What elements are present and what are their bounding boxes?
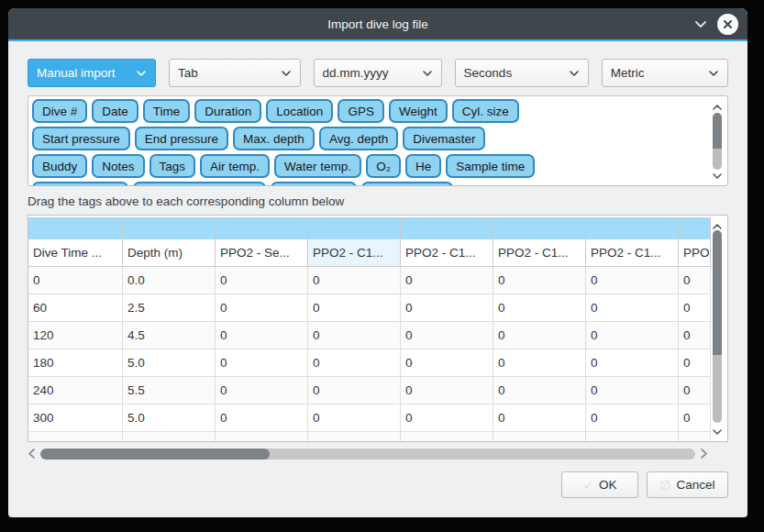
ok-button[interactable]: ✓ OK: [561, 471, 638, 498]
scroll-down-icon[interactable]: [712, 167, 723, 183]
column-drop-target[interactable]: [28, 217, 123, 239]
tag-chip[interactable]: Sample temperature: [133, 182, 265, 185]
table-cell[interactable]: 0: [401, 377, 493, 405]
column-drop-target[interactable]: [493, 217, 586, 239]
table-cell[interactable]: [28, 432, 123, 442]
tag-chip[interactable]: Water temp.: [274, 154, 361, 178]
cancel-button[interactable]: ∅ Cancel: [647, 471, 728, 498]
table-cell[interactable]: 0: [679, 267, 711, 294]
table-cell[interactable]: 0: [586, 294, 679, 322]
column-header[interactable]: Depth (m): [123, 239, 216, 267]
table-cell[interactable]: [216, 432, 308, 442]
column-header[interactable]: PPO2 - C1...: [493, 239, 586, 267]
column-drop-target[interactable]: [401, 217, 493, 239]
tag-chip[interactable]: Time: [143, 99, 191, 123]
table-cell[interactable]: 0: [308, 294, 401, 322]
tag-chip[interactable]: O₂: [366, 154, 401, 178]
column-header[interactable]: PPO2 - C1...: [401, 239, 493, 267]
scrollbar-thumb[interactable]: [40, 449, 270, 460]
table-cell[interactable]: [401, 432, 493, 442]
tag-chip[interactable]: Sample pO₂: [271, 182, 358, 185]
table-cell[interactable]: 0: [679, 322, 711, 349]
table-cell[interactable]: 0: [493, 294, 586, 322]
column-drop-target[interactable]: [123, 217, 216, 239]
table-cell[interactable]: 120: [28, 322, 123, 349]
units-select[interactable]: Metric: [602, 59, 728, 87]
scroll-left-icon[interactable]: [28, 448, 36, 460]
tag-chip[interactable]: Dive #: [32, 99, 87, 123]
table-cell[interactable]: [586, 432, 679, 442]
titlebar[interactable]: Import dive log file: [8, 8, 747, 41]
column-drop-target[interactable]: [216, 217, 308, 239]
table-cell[interactable]: 2.5: [123, 294, 216, 322]
duration-format-select[interactable]: Seconds: [455, 59, 589, 87]
table-cell[interactable]: 0: [586, 405, 679, 432]
table-cell[interactable]: [308, 432, 401, 442]
tag-chip[interactable]: Weight: [389, 99, 448, 123]
table-cell[interactable]: 5.0: [123, 349, 216, 377]
import-source-select[interactable]: Manual import: [28, 59, 156, 87]
table-cell[interactable]: [493, 432, 586, 442]
tag-chip[interactable]: Location: [266, 99, 333, 123]
table-cell[interactable]: [679, 432, 711, 442]
table-cell[interactable]: 0: [216, 267, 308, 294]
field-separator-select[interactable]: Tab: [169, 59, 301, 87]
column-header[interactable]: PPO2 - C1...: [586, 239, 679, 267]
tag-chip[interactable]: Buddy: [32, 154, 87, 178]
table-cell[interactable]: 0: [216, 377, 308, 405]
date-format-select[interactable]: dd.mm.yyyy: [314, 59, 442, 87]
tag-chip[interactable]: Duration: [194, 99, 261, 123]
tag-chip[interactable]: Max. depth: [233, 127, 315, 150]
table-cell[interactable]: 0: [28, 267, 123, 294]
table-cell[interactable]: 0: [216, 405, 308, 432]
tag-chip[interactable]: Start pressure: [32, 127, 130, 150]
table-cell[interactable]: 0: [493, 267, 586, 294]
column-header[interactable]: PPO2 - Se...: [216, 239, 308, 267]
table-cell[interactable]: 300: [28, 405, 123, 432]
table-cell[interactable]: 0: [493, 322, 586, 349]
tag-chip[interactable]: Sample depth: [32, 182, 128, 185]
table-cell[interactable]: 60: [28, 294, 123, 322]
table-cell[interactable]: 0: [308, 322, 401, 349]
scroll-right-icon[interactable]: [700, 448, 708, 460]
tag-chip[interactable]: End pressure: [135, 127, 228, 150]
table-cell[interactable]: 0: [586, 267, 679, 294]
table-cell[interactable]: 0: [308, 349, 401, 377]
tag-chip[interactable]: Sample time: [446, 154, 535, 178]
table-cell[interactable]: 0: [401, 405, 493, 432]
table-cell[interactable]: 0: [586, 322, 679, 349]
table-cell[interactable]: 4.5: [123, 322, 216, 349]
table-cell[interactable]: 0: [401, 267, 493, 294]
tag-chip[interactable]: Date: [92, 99, 138, 123]
column-drop-target[interactable]: [586, 217, 679, 239]
table-cell[interactable]: 0: [401, 349, 493, 377]
scrollbar-thumb[interactable]: [713, 113, 722, 170]
table-cell[interactable]: 0: [493, 349, 586, 377]
table-cell[interactable]: 0: [679, 349, 711, 377]
table-cell[interactable]: 0: [308, 377, 401, 405]
table-cell[interactable]: 5.0: [123, 405, 216, 432]
tag-chip[interactable]: Tags: [149, 154, 196, 178]
tag-chip[interactable]: Sample CNS: [361, 182, 453, 185]
titlebar-chevron-down-icon[interactable]: [693, 19, 708, 28]
tag-chip[interactable]: Notes: [92, 154, 144, 178]
scroll-down-icon[interactable]: [712, 423, 723, 439]
table-cell[interactable]: 0: [679, 405, 711, 432]
scrollbar-thumb[interactable]: [713, 230, 722, 423]
scrollbar-track[interactable]: [40, 449, 695, 460]
tag-chip[interactable]: Avg. depth: [319, 127, 398, 150]
table-cell[interactable]: 0: [493, 405, 586, 432]
column-header[interactable]: PPO2 - C1...: [679, 239, 711, 267]
table-cell[interactable]: 0: [216, 294, 308, 322]
tag-chip[interactable]: Cyl. size: [452, 99, 519, 123]
tag-chip[interactable]: Air temp.: [200, 154, 270, 178]
table-cell[interactable]: 0: [586, 349, 679, 377]
tag-chip[interactable]: Divemaster: [403, 127, 485, 150]
table-cell[interactable]: 0: [401, 322, 493, 349]
table-cell[interactable]: 5.5: [123, 377, 216, 405]
table-horizontal-scrollbar[interactable]: [28, 446, 728, 461]
table-cell[interactable]: 0: [216, 322, 308, 349]
table-cell[interactable]: 0.0: [123, 267, 216, 294]
tags-vertical-scrollbar[interactable]: [710, 98, 725, 183]
column-header[interactable]: PPO2 - C1...: [308, 239, 401, 267]
